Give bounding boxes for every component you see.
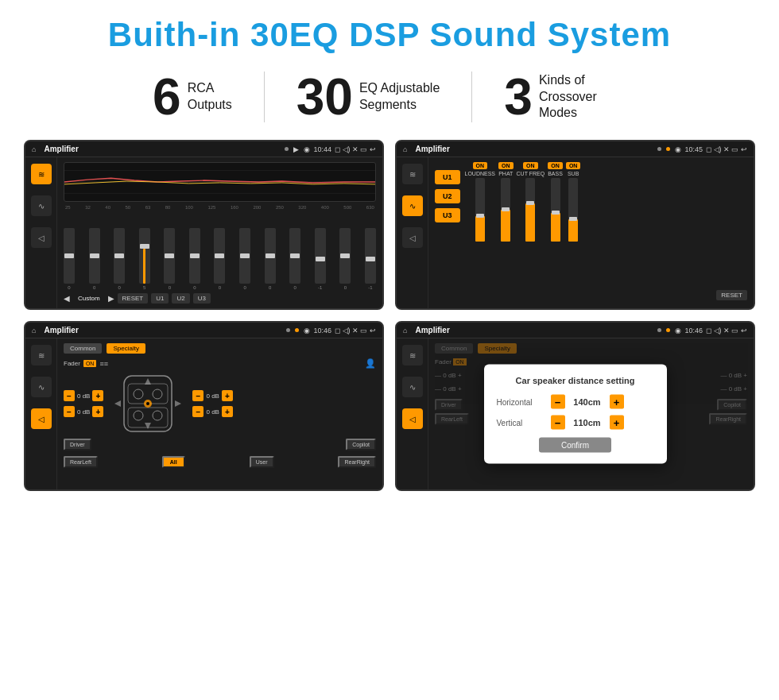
- eq-icon-2[interactable]: ≋: [402, 164, 423, 184]
- wave-icon-1[interactable]: ∿: [31, 195, 52, 216]
- fader-bottom-row-2: RearLeft All User RearRight: [64, 453, 376, 468]
- fader-on[interactable]: ON: [83, 360, 97, 367]
- home-icon-4[interactable]: ⌂: [403, 327, 407, 335]
- vol-icon-2[interactable]: ◁: [402, 227, 423, 248]
- home-icon-1[interactable]: ⌂: [32, 145, 36, 153]
- phat-label: PHAT: [498, 171, 513, 176]
- user-btn[interactable]: User: [250, 456, 274, 468]
- u1-btn-1[interactable]: U1: [151, 293, 169, 304]
- eq-slider-2: 0: [114, 228, 125, 290]
- status-icons-4: ◉ 10:46 ◻ ◁) ✕ ▭ ↩: [675, 327, 747, 335]
- wave-icon-2[interactable]: ∿: [402, 195, 423, 216]
- eq-icon-3[interactable]: ≋: [31, 345, 52, 365]
- vertical-value: 110cm: [572, 418, 603, 427]
- home-icon-2[interactable]: ⌂: [403, 145, 407, 153]
- stat-rca: 6 RCA Outputs: [121, 72, 265, 122]
- db-row-1: − 0 dB +: [64, 390, 103, 401]
- reset-btn-1[interactable]: RESET: [118, 293, 149, 304]
- reset-btn-2[interactable]: RESET: [716, 290, 747, 300]
- tab-common-3[interactable]: Common: [64, 343, 102, 354]
- vol-icon-3[interactable]: ◁: [31, 408, 52, 429]
- screens-grid: ⌂ Amplifier ▶ ◉ 10:44 ◻ ◁) ✕ ▭ ↩ ≋ ∿ ◁: [24, 140, 755, 491]
- status-bar-3: ⌂ Amplifier ◉ 10:46 ◻ ◁) ✕ ▭ ↩: [25, 323, 382, 338]
- confirm-button[interactable]: Confirm: [539, 438, 611, 453]
- app-title-4: Amplifier: [415, 326, 653, 335]
- db-plus-2[interactable]: +: [92, 406, 103, 417]
- crossover-main: U1 U2 U3 ON LOUDNESS ON: [428, 157, 754, 308]
- db-row-3: − 0 dB +: [192, 390, 232, 401]
- screen-content-4: ≋ ∿ ◁ Common Specialty Fader ON — 0 dB +…: [397, 338, 754, 489]
- status-bar-1: ⌂ Amplifier ▶ ◉ 10:44 ◻ ◁) ✕ ▭ ↩: [25, 141, 382, 157]
- db-controls-left: − 0 dB + − 0 dB +: [64, 390, 103, 417]
- app-title-3: Amplifier: [44, 326, 281, 335]
- tab-specialty-3[interactable]: Specialty: [107, 343, 145, 354]
- u1-btn[interactable]: U1: [435, 170, 460, 184]
- eq-slider-9: 0: [289, 228, 300, 290]
- next-arrow[interactable]: ▶: [108, 294, 114, 303]
- vol-icon-1[interactable]: ◁: [31, 227, 52, 248]
- db-plus-4[interactable]: +: [222, 406, 233, 417]
- cutfreq-label: CUT FREQ: [517, 171, 545, 176]
- vertical-plus[interactable]: +: [610, 416, 624, 430]
- sub-label: SUB: [568, 171, 579, 176]
- left-sidebar-2: ≋ ∿ ◁: [397, 157, 428, 308]
- home-icon-3[interactable]: ⌂: [32, 327, 36, 335]
- screen-crossover: ⌂ Amplifier ◉ 10:45 ◻ ◁) ✕ ▭ ↩ ≋ ∿ ◁ U1: [395, 140, 755, 310]
- on-badge-cutfreq: ON: [523, 162, 538, 169]
- stats-row: 6 RCA Outputs 30 EQ Adjustable Segments …: [24, 72, 755, 122]
- status-icons-2: ◉ 10:45 ◻ ◁) ✕ ▭ ↩: [675, 145, 747, 153]
- eq-sliders-row: 0 0 0 5: [64, 213, 376, 290]
- u3-btn-1[interactable]: U3: [193, 293, 211, 304]
- channel-sub: ON SUB: [566, 162, 581, 304]
- screen-distance: ⌂ Amplifier ◉ 10:46 ◻ ◁) ✕ ▭ ↩ ≋ ∿ ◁ Com…: [395, 321, 755, 491]
- status-dot-1: [285, 147, 289, 151]
- vertical-label: Vertical: [497, 418, 545, 427]
- wave-icon-4[interactable]: ∿: [402, 377, 423, 397]
- on-badge-phat: ON: [498, 162, 514, 169]
- vol-icon-4[interactable]: ◁: [402, 408, 423, 429]
- db-minus-1[interactable]: −: [64, 390, 75, 401]
- channel-phat: ON PHAT: [498, 162, 514, 304]
- rearright-btn[interactable]: RearRight: [338, 456, 376, 468]
- db-minus-2[interactable]: −: [64, 406, 75, 417]
- eq-icon-1[interactable]: ≋: [31, 164, 52, 184]
- db-minus-4[interactable]: −: [192, 406, 203, 417]
- horizontal-minus[interactable]: −: [551, 395, 565, 409]
- left-sidebar-4: ≋ ∿ ◁: [397, 338, 428, 489]
- horizontal-label: Horizontal: [497, 397, 545, 406]
- custom-btn[interactable]: Custom: [73, 293, 105, 304]
- status-bar-2: ⌂ Amplifier ◉ 10:45 ◻ ◁) ✕ ▭ ↩: [397, 141, 754, 157]
- svg-marker-14: [114, 400, 121, 407]
- svg-marker-12: [145, 378, 151, 385]
- driver-btn[interactable]: Driver: [64, 439, 91, 451]
- db-minus-3[interactable]: −: [192, 390, 203, 401]
- fader-bottom-row: Driver Copilot: [64, 435, 376, 451]
- bass-label: BASS: [548, 171, 563, 176]
- orange-dot-2: [666, 147, 670, 151]
- eq-slider-0: 0: [64, 228, 75, 290]
- eq-bottom-bar: ◀ Custom ▶ RESET U1 U2 U3: [64, 290, 376, 304]
- copilot-btn[interactable]: Copilot: [346, 439, 376, 451]
- all-btn[interactable]: All: [162, 456, 185, 468]
- eq-icon-4[interactable]: ≋: [402, 345, 423, 365]
- distance-dialog: Car speaker distance setting Horizontal …: [484, 365, 667, 464]
- svg-point-9: [153, 411, 162, 420]
- channel-cutfreq: ON CUT FREQ: [517, 162, 545, 304]
- play-icon-1: ▶: [293, 145, 299, 153]
- screen-eq: ⌂ Amplifier ▶ ◉ 10:44 ◻ ◁) ✕ ▭ ↩ ≋ ∿ ◁: [24, 140, 384, 310]
- svg-point-6: [134, 389, 143, 399]
- db-plus-3[interactable]: +: [222, 390, 233, 401]
- db-plus-1[interactable]: +: [92, 390, 103, 401]
- prev-arrow[interactable]: ◀: [64, 294, 70, 303]
- u2-btn[interactable]: U2: [435, 189, 460, 203]
- rearleft-btn[interactable]: RearLeft: [64, 456, 98, 468]
- stat-number-6: 6: [153, 72, 181, 122]
- status-dot-3: [286, 328, 290, 332]
- horizontal-plus[interactable]: +: [610, 395, 624, 409]
- app-title-2: Amplifier: [415, 145, 653, 153]
- u2-btn-1[interactable]: U2: [172, 293, 189, 304]
- wave-icon-3[interactable]: ∿: [31, 377, 52, 397]
- vertical-minus[interactable]: −: [551, 416, 565, 430]
- stat-eq: 30 EQ Adjustable Segments: [265, 72, 473, 122]
- u3-btn[interactable]: U3: [435, 208, 460, 222]
